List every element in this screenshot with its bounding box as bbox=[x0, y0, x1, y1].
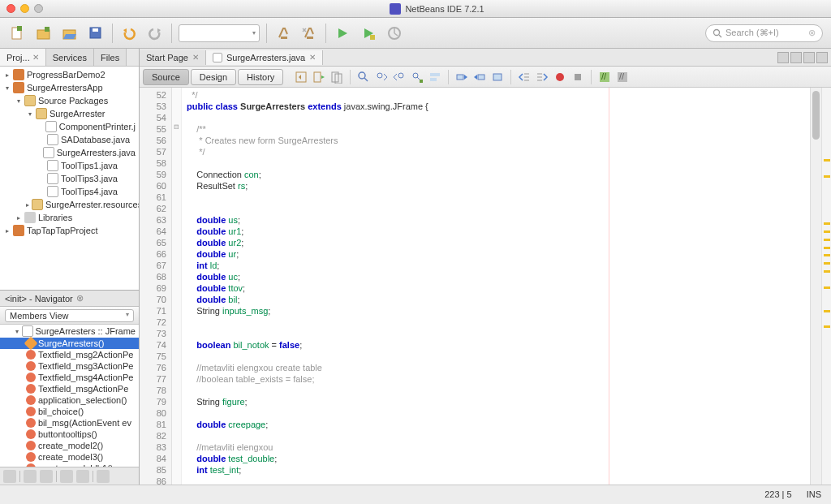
macro-stop-button[interactable] bbox=[570, 69, 586, 85]
project-tree-item[interactable]: ▸ProgressBarDemo2 bbox=[0, 68, 139, 81]
navigator-member[interactable]: application_selection() bbox=[0, 394, 139, 406]
window-controls bbox=[6, 4, 43, 13]
fold-gutter[interactable]: ⊟ bbox=[172, 88, 182, 485]
project-tree-item[interactable]: SurgeArresters.java bbox=[0, 146, 139, 159]
code-content[interactable]: */public class SurgeArresters extends ja… bbox=[182, 88, 810, 485]
vertical-scrollbar[interactable] bbox=[810, 88, 821, 485]
find-next-button[interactable] bbox=[391, 69, 407, 85]
undo-button[interactable] bbox=[119, 24, 139, 43]
profile-button[interactable] bbox=[385, 24, 404, 43]
tab-start-page[interactable]: Start Page✕ bbox=[140, 50, 206, 65]
navigator-member[interactable]: Textfield_msg3ActionPe bbox=[0, 360, 139, 372]
forward-button[interactable] bbox=[329, 69, 345, 85]
scroll-left-icon[interactable] bbox=[777, 52, 789, 63]
redo-button[interactable] bbox=[145, 24, 165, 43]
run-config-combo[interactable]: ▾ bbox=[179, 24, 260, 42]
design-mode-button[interactable]: Design bbox=[191, 69, 236, 85]
project-tree-item[interactable]: ▾SurgeArrester bbox=[0, 107, 139, 120]
find-prev-button[interactable] bbox=[373, 69, 390, 85]
project-tree-item[interactable]: ToolTips1.java bbox=[0, 159, 139, 172]
source-mode-button[interactable]: Source bbox=[143, 69, 189, 85]
navigator-member[interactable]: Textfield_msg4ActionPe bbox=[0, 372, 139, 383]
margin-guide bbox=[609, 88, 609, 485]
clean-build-button[interactable] bbox=[299, 24, 319, 43]
last-edit-button[interactable] bbox=[293, 69, 309, 85]
services-tab[interactable]: Services bbox=[46, 49, 94, 66]
new-file-button[interactable] bbox=[8, 24, 28, 43]
nav-filter-button[interactable] bbox=[24, 470, 37, 483]
nav-filter-button[interactable] bbox=[3, 470, 16, 483]
project-tree-item[interactable]: ▸TapTapTapProject bbox=[0, 224, 139, 237]
build-button[interactable] bbox=[273, 24, 293, 43]
scroll-right-icon[interactable] bbox=[790, 52, 802, 63]
run-button[interactable] bbox=[333, 24, 352, 43]
maximize-icon[interactable] bbox=[816, 52, 828, 63]
shift-left-button[interactable] bbox=[516, 69, 532, 85]
svg-rect-7 bbox=[281, 37, 287, 39]
toggle-highlight-button[interactable] bbox=[409, 69, 425, 85]
project-tree-item[interactable]: ▾SurgeArrestersApp bbox=[0, 81, 139, 94]
next-bookmark-button[interactable] bbox=[471, 69, 488, 85]
open-project-button[interactable] bbox=[60, 24, 80, 43]
navigator-footer bbox=[0, 467, 139, 485]
quick-search-input[interactable]: Search (⌘+I) ⊗ bbox=[705, 24, 823, 42]
debug-button[interactable] bbox=[359, 24, 378, 43]
back-button[interactable] bbox=[311, 69, 327, 85]
nav-filter-button[interactable] bbox=[40, 470, 53, 483]
project-tree-item[interactable]: ToolTips3.java bbox=[0, 172, 139, 185]
navigator-tree[interactable]: ▾SurgeArresters :: JFrame SurgeArresters… bbox=[0, 325, 139, 467]
navigator-member[interactable]: Textfield_msgActionPe bbox=[0, 383, 139, 394]
line-gutter[interactable]: 5253545556575859606162636465666768697071… bbox=[140, 88, 172, 485]
files-tab[interactable]: Files bbox=[94, 49, 127, 66]
comment-button[interactable]: // bbox=[596, 69, 613, 85]
navigator-member[interactable]: create_model3() bbox=[0, 451, 139, 463]
navigator-member[interactable]: create_model2() bbox=[0, 440, 139, 451]
code-editor[interactable]: 5253545556575859606162636465666768697071… bbox=[140, 88, 831, 485]
toggle-rect-select-button[interactable] bbox=[427, 69, 443, 85]
toolbar-separator bbox=[325, 24, 326, 43]
project-tree-item[interactable]: ▸SurgeArrester.resources bbox=[0, 198, 139, 211]
save-all-button[interactable] bbox=[86, 24, 105, 43]
nav-filter-button[interactable] bbox=[60, 470, 73, 483]
macro-record-button[interactable] bbox=[552, 69, 568, 85]
scrollbar-thumb[interactable] bbox=[812, 91, 820, 140]
projects-tab[interactable]: Proj...✕ bbox=[0, 49, 46, 66]
navigator-view-combo[interactable]: Members View▾ bbox=[0, 307, 139, 325]
project-tree-item[interactable]: ▸Libraries bbox=[0, 211, 139, 224]
svg-rect-6 bbox=[93, 28, 98, 32]
navigator-member[interactable]: buttontooltips() bbox=[0, 429, 139, 440]
nav-filter-button[interactable] bbox=[97, 470, 110, 483]
close-icon[interactable]: ✕ bbox=[309, 53, 316, 62]
tab-surgearresters-java[interactable]: SurgeArresters.java✕ bbox=[206, 50, 323, 65]
nav-filter-button[interactable] bbox=[76, 470, 89, 483]
navigator-root[interactable]: ▾SurgeArresters :: JFrame bbox=[0, 325, 139, 338]
navigator-member[interactable]: Textfield_msg2ActionPe bbox=[0, 349, 139, 360]
find-selection-button[interactable] bbox=[355, 69, 372, 85]
close-icon[interactable]: ⊗ bbox=[76, 293, 84, 304]
new-project-button[interactable] bbox=[34, 24, 54, 43]
svg-point-17 bbox=[359, 72, 365, 79]
navigator-member[interactable]: bil_choice() bbox=[0, 406, 139, 417]
shift-right-button[interactable] bbox=[534, 69, 550, 85]
close-window-icon[interactable] bbox=[6, 4, 15, 13]
project-tree-item[interactable]: ComponentPrinter.j bbox=[0, 120, 139, 133]
toggle-bookmark-button[interactable] bbox=[489, 69, 506, 85]
dropdown-icon[interactable] bbox=[803, 52, 815, 63]
zoom-window-icon[interactable] bbox=[34, 4, 43, 13]
clear-icon[interactable]: ⊗ bbox=[808, 28, 816, 38]
close-icon[interactable]: ✕ bbox=[192, 53, 199, 62]
history-mode-button[interactable]: History bbox=[238, 69, 283, 85]
project-tree-item[interactable]: ▾Source Packages bbox=[0, 94, 139, 107]
close-icon[interactable]: ✕ bbox=[32, 53, 39, 62]
navigator-member[interactable]: SurgeArresters() bbox=[0, 338, 139, 349]
netbeans-icon bbox=[390, 3, 401, 15]
error-stripe[interactable] bbox=[821, 88, 831, 485]
navigator-member[interactable]: bil_msg(ActionEvent ev bbox=[0, 417, 139, 429]
project-tree-item[interactable]: SADatabase.java bbox=[0, 133, 139, 146]
editor-tabstrip: Start Page✕ SurgeArresters.java✕ bbox=[140, 49, 831, 67]
prev-bookmark-button[interactable] bbox=[454, 69, 470, 85]
minimize-window-icon[interactable] bbox=[20, 4, 29, 13]
uncomment-button[interactable]: // bbox=[614, 69, 631, 85]
project-tree-item[interactable]: ToolTips4.java bbox=[0, 185, 139, 198]
projects-tree[interactable]: ▸ProgressBarDemo2▾SurgeArrestersApp▾Sour… bbox=[0, 67, 139, 290]
